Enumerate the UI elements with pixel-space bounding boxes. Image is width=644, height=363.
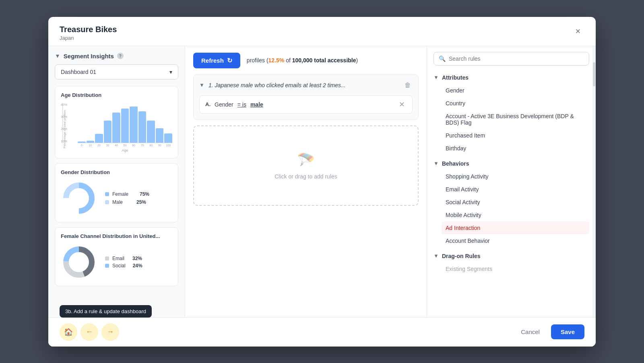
- rule-operator-is[interactable]: = is: [237, 101, 246, 108]
- behaviors-label: Behaviors: [442, 160, 469, 167]
- behaviors-section-header[interactable]: ▼ Behaviors: [433, 158, 589, 169]
- drag-on-existing-segments[interactable]: Existing Segments: [442, 263, 589, 275]
- age-bar-3: [104, 121, 112, 142]
- attributes-label: Attributes: [442, 74, 469, 81]
- age-distribution-title: Age Distribution: [61, 92, 172, 98]
- social-dot: [105, 264, 109, 268]
- delete-rule-group-button[interactable]: 🗑: [403, 80, 413, 90]
- home-nav-button[interactable]: 🏠: [60, 323, 77, 341]
- drag-on-rules-section-header[interactable]: ▼ Drag-on Rules: [433, 250, 589, 262]
- modal-overlay: Treasure Bikes Japan × ▼ Segment Insight…: [0, 0, 644, 363]
- profiles-pct: 12.5%: [268, 57, 285, 64]
- age-bar-10: [164, 133, 172, 143]
- prev-nav-button[interactable]: ←: [80, 323, 98, 341]
- segment-insights-label: Segment Insights: [64, 53, 114, 59]
- gender-donut: [61, 180, 97, 216]
- of-label: of: [286, 57, 291, 64]
- right-panel-scrollbar[interactable]: [592, 46, 596, 317]
- gender-chart: Female 75% Male 25%: [61, 180, 172, 216]
- profiles-text: profiles (12.5% of 100,000 total accessi…: [247, 57, 358, 64]
- rule-field-gender[interactable]: Gender: [215, 101, 233, 108]
- attributes-items: Gender Country Account - Active 3E Busin…: [433, 84, 589, 155]
- segment-insights-header: ▼ Segment Insights ?: [55, 53, 178, 59]
- behavior-ad-interaction[interactable]: Ad Interaction: [442, 221, 589, 234]
- behavior-account-behavior[interactable]: Account Behavior: [442, 234, 589, 247]
- next-nav-button[interactable]: →: [101, 323, 119, 341]
- channel-distribution-card: Female Channel Distribution in United...: [55, 227, 178, 286]
- gender-legend-male: Male 25%: [105, 199, 149, 205]
- channel-legend: Email 32% Social 24%: [105, 256, 142, 269]
- attributes-section-header[interactable]: ▼ Attributes: [433, 72, 589, 83]
- behaviors-items: Shopping Activity Email Activity Social …: [433, 170, 589, 247]
- drag-on-items: Existing Segments: [433, 263, 589, 275]
- profiles-label: profiles: [247, 57, 265, 64]
- rule-value-male[interactable]: male: [250, 101, 263, 108]
- modal-subtitle: Japan: [60, 35, 117, 41]
- age-x-60: 60: [130, 144, 138, 147]
- rule-group-1-header: ▼ 1. Japanese male who clicked emails at…: [199, 80, 413, 90]
- help-icon[interactable]: ?: [117, 53, 124, 59]
- chevron-down-icon: ▾: [169, 69, 172, 75]
- gender-distribution-title: Gender Distribution: [61, 169, 172, 175]
- age-bar-5: [121, 109, 129, 142]
- channel-legend-email: Email 32%: [105, 256, 142, 261]
- attribute-gender[interactable]: Gender: [442, 84, 589, 97]
- profiles-total: 100,000 total accessible: [292, 57, 356, 64]
- modal-body: ▼ Segment Insights ? Dashboard 01 ▾ Age …: [48, 46, 596, 317]
- remove-rule-a-button[interactable]: ✕: [397, 100, 407, 109]
- refresh-button[interactable]: Refresh ↻: [193, 53, 240, 68]
- age-x-100: 100: [164, 144, 172, 147]
- cancel-button[interactable]: Cancel: [514, 324, 546, 339]
- age-bar-4: [112, 113, 120, 142]
- rule-letter-a: A.: [205, 101, 211, 107]
- behaviors-chevron-icon: ▼: [433, 160, 439, 166]
- footer-actions: Cancel Save: [514, 324, 584, 339]
- age-x-title: Age: [78, 148, 172, 152]
- modal-header: Treasure Bikes Japan ×: [48, 17, 596, 46]
- age-x-20: 20: [95, 144, 103, 147]
- rule-item-a: A. Gender = is male ✕: [199, 95, 413, 114]
- right-panel: 🔍 ▼ Attributes Gender Country Account - …: [427, 46, 596, 317]
- channel-donut: [61, 244, 97, 280]
- channel-chart: Email 32% Social 24%: [61, 244, 172, 280]
- channel-distribution-title: Female Channel Distribution in United...: [61, 233, 172, 239]
- age-bar-chart: [78, 103, 172, 143]
- modal-title: Treasure Bikes: [60, 25, 117, 34]
- rule-group-chevron-icon[interactable]: ▼: [199, 82, 204, 88]
- attribute-country[interactable]: Country: [442, 97, 589, 110]
- search-box: 🔍: [433, 52, 589, 66]
- age-bar-8: [147, 121, 155, 142]
- age-bar-0: [78, 142, 86, 143]
- rule-group-1: ▼ 1. Japanese male who clicked emails at…: [193, 74, 419, 120]
- attribute-active-flag[interactable]: Account - Active 3E Business Development…: [442, 110, 589, 129]
- age-x-70: 70: [138, 144, 147, 147]
- behavior-shopping-activity[interactable]: Shopping Activity: [442, 170, 589, 183]
- segment-insights-chevron-icon[interactable]: ▼: [55, 53, 60, 59]
- nav-section: 3b. Add a rule & update dashboard 🏠 ← →: [60, 323, 119, 341]
- age-x-50: 50: [121, 144, 129, 147]
- right-panel-scrollbar-thumb: [593, 62, 595, 86]
- drop-zone[interactable]: 🪂 Click or drag to add rules: [193, 125, 419, 206]
- attribute-birthday[interactable]: Birthday: [442, 142, 589, 155]
- close-button[interactable]: ×: [572, 25, 584, 38]
- drag-on-chevron-icon: ▼: [433, 253, 439, 259]
- modal-container: Treasure Bikes Japan × ▼ Segment Insight…: [48, 17, 596, 347]
- age-bar-2: [95, 134, 103, 143]
- modal-footer: 3b. Add a rule & update dashboard 🏠 ← → …: [48, 317, 596, 347]
- age-x-80: 80: [147, 144, 155, 147]
- dashboard-select-label: Dashboard 01: [61, 69, 96, 75]
- behavior-social-activity[interactable]: Social Activity: [442, 196, 589, 209]
- social-pct: 24%: [133, 263, 142, 269]
- behavior-mobile-activity[interactable]: Mobile Activity: [442, 209, 589, 221]
- male-pct: 25%: [136, 199, 146, 205]
- gender-legend-female: Female 75%: [105, 191, 149, 197]
- channel-donut-svg: [61, 244, 97, 280]
- attribute-purchased-item[interactable]: Purchased Item: [442, 129, 589, 142]
- behavior-email-activity[interactable]: Email Activity: [442, 183, 589, 196]
- gender-legend: Female 75% Male 25%: [105, 191, 149, 205]
- dashboard-select[interactable]: Dashboard 01 ▾: [55, 64, 178, 80]
- save-button[interactable]: Save: [551, 324, 584, 339]
- search-rules-input[interactable]: [449, 55, 584, 62]
- social-label: Social: [112, 263, 126, 269]
- email-pct: 32%: [132, 256, 142, 261]
